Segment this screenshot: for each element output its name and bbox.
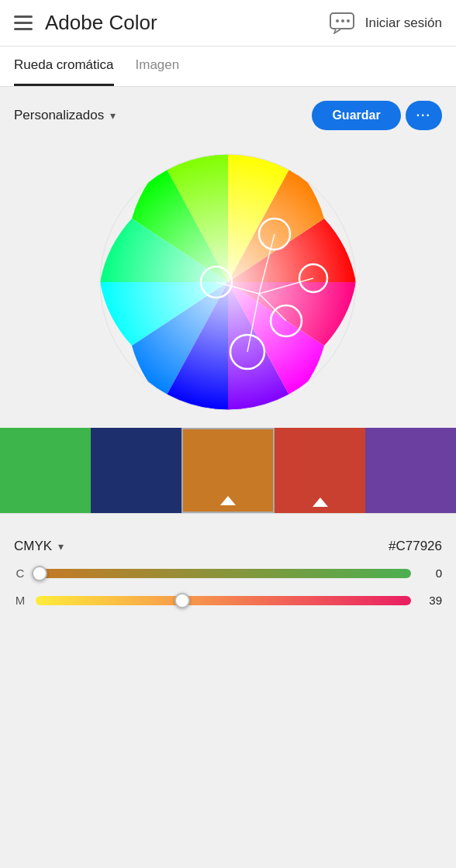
c-slider[interactable] bbox=[36, 569, 411, 578]
header-left: Adobe Color bbox=[14, 11, 157, 35]
m-slider[interactable] bbox=[36, 596, 411, 605]
main-content: Personalizados ▾ Guardar ··· bbox=[0, 87, 456, 607]
swatch-1[interactable] bbox=[91, 428, 181, 513]
toolbar-buttons: Guardar ··· bbox=[312, 101, 442, 130]
svg-point-5 bbox=[100, 154, 356, 410]
signin-button[interactable]: Iniciar sesión bbox=[365, 16, 442, 31]
hex-value: #C77926 bbox=[389, 539, 442, 554]
m-label: M bbox=[14, 594, 26, 607]
svg-point-3 bbox=[347, 19, 350, 22]
swatch-3[interactable] bbox=[275, 428, 365, 513]
cmyk-chevron-icon[interactable]: ▾ bbox=[58, 540, 64, 553]
swatch-4[interactable] bbox=[365, 428, 456, 513]
swatch-2[interactable] bbox=[181, 428, 275, 513]
tab-imagen[interactable]: Imagen bbox=[136, 46, 180, 86]
cmyk-section: CMYK ▾ #C77926 C 0 M 39 bbox=[0, 525, 456, 607]
cmyk-label: CMYK bbox=[14, 539, 52, 554]
tabs-bar: Rueda cromática Imagen bbox=[0, 46, 456, 87]
color-swatches bbox=[0, 428, 456, 513]
m-value: 39 bbox=[420, 594, 442, 607]
svg-point-1 bbox=[336, 19, 339, 22]
c-slider-row: C 0 bbox=[14, 567, 442, 580]
menu-icon[interactable] bbox=[14, 16, 33, 30]
header-right: Iniciar sesión bbox=[330, 12, 442, 34]
cmyk-label-row: CMYK ▾ bbox=[14, 539, 64, 554]
toolbar: Personalizados ▾ Guardar ··· bbox=[0, 101, 456, 143]
chevron-down-icon: ▾ bbox=[110, 109, 116, 122]
svg-point-2 bbox=[341, 19, 344, 22]
custom-select[interactable]: Personalizados ▾ bbox=[14, 108, 116, 123]
swatch-0[interactable] bbox=[0, 428, 91, 513]
c-label: C bbox=[14, 567, 26, 580]
app-title: Adobe Color bbox=[45, 11, 157, 35]
c-value: 0 bbox=[420, 567, 442, 580]
color-wheel[interactable] bbox=[96, 150, 360, 414]
save-button[interactable]: Guardar bbox=[312, 101, 400, 130]
m-slider-row: M 39 bbox=[14, 594, 442, 607]
header: Adobe Color Iniciar sesión bbox=[0, 0, 456, 46]
divider bbox=[0, 513, 456, 514]
more-options-button[interactable]: ··· bbox=[406, 101, 442, 130]
chat-icon[interactable] bbox=[330, 12, 356, 34]
cmyk-header: CMYK ▾ #C77926 bbox=[14, 539, 442, 554]
tab-rueda[interactable]: Rueda cromática bbox=[14, 46, 114, 86]
color-wheel-container bbox=[0, 143, 456, 422]
custom-label: Personalizados bbox=[14, 108, 104, 123]
